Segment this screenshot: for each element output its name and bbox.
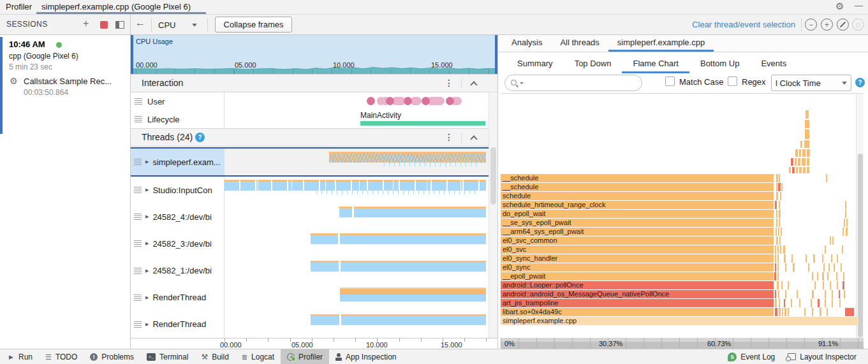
expand-arrow-icon[interactable]: ▶ bbox=[145, 214, 149, 219]
status-item-terminal[interactable]: >_Terminal bbox=[140, 349, 195, 364]
percent-axis-ticks bbox=[501, 338, 864, 349]
thread-row-24582-1-dev-bi[interactable]: ▶24582_1:/dev/bi bbox=[131, 258, 497, 284]
toolbar-divider bbox=[207, 18, 208, 32]
thread-row-24582-4-dev-bi[interactable]: ▶24582_4:/dev/bi bbox=[131, 203, 497, 230]
lifecycle-track-label-cell: Lifecycle bbox=[131, 110, 224, 128]
subtab-summary[interactable]: Summary bbox=[506, 54, 564, 73]
drag-handle-icon[interactable] bbox=[134, 321, 142, 328]
subtab-events[interactable]: Events bbox=[750, 54, 797, 73]
flame-chart-scrollbar-thumb[interactable] bbox=[858, 154, 863, 337]
thread-row-renderthread[interactable]: ▶RenderThread bbox=[131, 284, 497, 311]
profiler-type-dropdown[interactable]: CPU bbox=[158, 18, 204, 32]
thread-row-studio-inputcon[interactable]: ▶Studio:InputCon bbox=[131, 177, 497, 203]
subtab-top-down[interactable]: Top Down bbox=[564, 54, 622, 73]
frame-selection-icon[interactable]: [ ] bbox=[852, 18, 864, 31]
subtab-bottom-up[interactable]: Bottom Up bbox=[689, 54, 750, 73]
status-item-label: TODO bbox=[55, 353, 77, 361]
match-case-checkbox[interactable] bbox=[665, 76, 675, 86]
flame-sliver bbox=[846, 228, 848, 236]
tab-analysis[interactable]: Analysis bbox=[503, 35, 551, 52]
flame-frame-el0-svc-common[interactable]: el0_svc_common bbox=[501, 237, 774, 245]
regex-checkbox[interactable] bbox=[728, 76, 737, 86]
reset-zoom-icon[interactable] bbox=[837, 18, 849, 31]
subtab-flame-chart[interactable]: Flame Chart bbox=[622, 54, 689, 73]
timeline-scrollbar-thumb[interactable] bbox=[490, 147, 496, 205]
cpu-usage-chart[interactable]: 00.00005.00010.00015.000 CPU Usage bbox=[131, 35, 497, 74]
range-handle-left[interactable] bbox=[131, 35, 133, 74]
flame-frame-do-epoll-wait[interactable]: do_epoll_wait bbox=[501, 210, 774, 218]
zoom-in-icon[interactable]: + bbox=[821, 18, 833, 31]
status-item-logcat[interactable]: ≣Logcat bbox=[235, 349, 281, 364]
drag-handle-icon[interactable] bbox=[135, 98, 142, 105]
clock-type-dropdown[interactable]: l Clock Time bbox=[771, 75, 851, 91]
flame-frame-art-jni-trampoline[interactable]: art_jni_trampoline bbox=[501, 299, 774, 307]
flame-frame-android-android-os-messagequeue-nativepollonce[interactable]: android::android_os_MessageQueue_nativeP… bbox=[501, 290, 774, 298]
drag-handle-icon[interactable] bbox=[134, 268, 142, 274]
flame-frame-el0-sync-handler[interactable]: el0_sync_handler bbox=[501, 254, 774, 263]
user-track-row[interactable]: User bbox=[131, 92, 497, 110]
collapse-chevron-icon[interactable] bbox=[470, 135, 477, 142]
flame-frame-schedule-hrtimeout-range-clock[interactable]: schedule_hrtimeout_range_clock bbox=[501, 201, 774, 209]
flame-frame-schedule[interactable]: __schedule bbox=[501, 174, 774, 182]
status-item-app-inspection[interactable]: App Inspection bbox=[329, 349, 402, 364]
thread-row-renderthread[interactable]: ▶RenderThread bbox=[131, 311, 497, 338]
stop-recording-icon[interactable] bbox=[100, 21, 108, 29]
bar-drips bbox=[316, 191, 476, 194]
flame-frame-simpleperf-example-cpp[interactable]: simpleperf.example.cpp bbox=[501, 317, 858, 325]
status-item-profiler[interactable]: Profiler bbox=[281, 349, 329, 364]
flame-frame-schedule[interactable]: schedule bbox=[501, 192, 774, 200]
tab-simpleperf-example-cpp[interactable]: simpleperf.example.cpp bbox=[608, 35, 714, 52]
collapse-chevron-icon[interactable] bbox=[470, 81, 477, 88]
flame-frame-el0-svc[interactable]: el0_svc bbox=[501, 245, 774, 254]
overflow-menu-icon[interactable]: ⋮ bbox=[445, 78, 453, 88]
gear-icon[interactable]: ⚙ bbox=[835, 1, 844, 12]
expand-arrow-icon[interactable]: ▶ bbox=[145, 268, 149, 273]
expand-arrow-icon[interactable]: ▶ bbox=[145, 295, 149, 300]
clear-selection-link[interactable]: Clear thread/event selection bbox=[692, 20, 795, 29]
back-arrow-icon[interactable]: ← bbox=[135, 17, 145, 29]
collapse-panel-icon[interactable] bbox=[115, 21, 124, 29]
flame-frame-arm64-sys-epoll-pwait[interactable]: __arm64_sys_epoll_pwait bbox=[501, 228, 774, 236]
expand-arrow-icon[interactable]: ▶ bbox=[145, 187, 149, 193]
flame-spike-segment bbox=[805, 110, 809, 119]
help-icon[interactable]: ? bbox=[195, 133, 205, 142]
drag-handle-icon[interactable] bbox=[134, 159, 142, 165]
zoom-out-icon[interactable]: − bbox=[805, 18, 817, 31]
flame-frame-se-sys-epoll-pwait[interactable]: __se_sys_epoll_pwait bbox=[501, 219, 774, 227]
drag-handle-icon[interactable] bbox=[134, 240, 142, 247]
status-item-problems[interactable]: !Problems bbox=[84, 349, 140, 364]
flame-sliver bbox=[843, 272, 844, 280]
flame-frame-libart-so-0x4da49c[interactable]: libart.so+0x4da49c bbox=[501, 308, 774, 316]
search-box[interactable] bbox=[504, 75, 642, 91]
flame-frame-schedule[interactable]: __schedule bbox=[501, 183, 774, 191]
flame-frame-el0-sync[interactable]: el0_sync bbox=[501, 263, 774, 272]
expand-arrow-icon[interactable]: ▶ bbox=[145, 159, 149, 164]
status-item-todo[interactable]: ☰TODO bbox=[39, 349, 84, 364]
search-history-caret-icon[interactable] bbox=[520, 82, 524, 84]
thread-row-24582-3-dev-bi[interactable]: ▶24582_3:/dev/bi bbox=[131, 230, 497, 257]
drag-handle-icon[interactable] bbox=[135, 116, 142, 122]
expand-arrow-icon[interactable]: ▶ bbox=[145, 322, 149, 327]
thread-row-simpleperf-exam[interactable]: ▶simpleperf.exam... bbox=[131, 147, 497, 177]
drag-handle-icon[interactable] bbox=[134, 214, 142, 220]
status-item-build[interactable]: ⚒Build bbox=[195, 349, 235, 364]
tab-all-threads[interactable]: All threads bbox=[551, 35, 608, 52]
collapse-frames-button[interactable]: Collapse frames bbox=[215, 17, 292, 33]
overflow-menu-icon[interactable]: ⋮ bbox=[445, 132, 453, 142]
status-item-run[interactable]: ▶Run bbox=[3, 349, 39, 364]
expand-arrow-icon[interactable]: ▶ bbox=[145, 241, 149, 246]
lifecycle-track-row[interactable]: Lifecycle MainActivity bbox=[131, 110, 497, 128]
flame-frame-epoll-pwait[interactable]: __epoll_pwait bbox=[501, 272, 774, 280]
search-input[interactable] bbox=[525, 76, 642, 89]
help-icon[interactable]: ? bbox=[855, 78, 865, 87]
bar-gap bbox=[339, 314, 341, 325]
status-item-event-log[interactable]: 5Event Log bbox=[721, 349, 781, 364]
drag-handle-icon[interactable] bbox=[134, 295, 142, 301]
flame-frame-android-looper-pollonce[interactable]: android::Looper::pollOnce bbox=[501, 281, 774, 289]
drag-handle-icon[interactable] bbox=[134, 187, 142, 193]
status-item-layout-inspector[interactable]: Layout Inspector bbox=[781, 349, 863, 364]
toolbar: SESSIONS + ← CPU Collapse frames Clear t… bbox=[0, 15, 868, 35]
minimize-icon[interactable]: — bbox=[855, 1, 863, 10]
session-time: 10:46 AM bbox=[9, 40, 45, 49]
add-session-icon[interactable]: + bbox=[83, 18, 89, 29]
